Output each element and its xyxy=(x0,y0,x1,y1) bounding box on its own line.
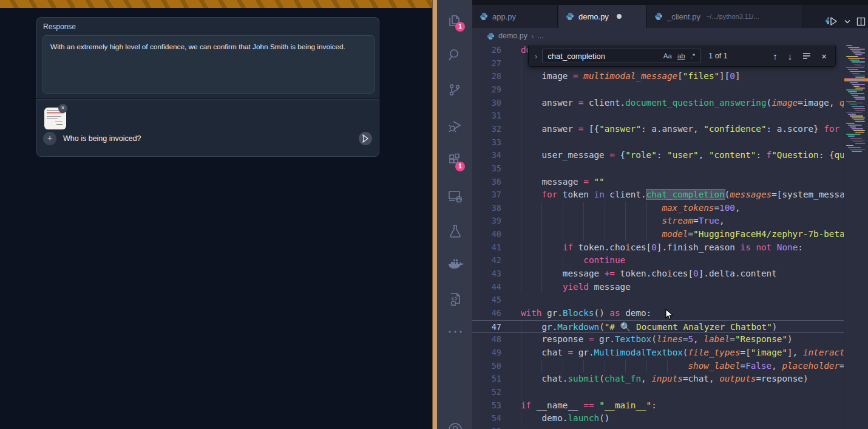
code-line[interactable]: 28 image = multimodal_message["files"][0… xyxy=(472,70,844,83)
line-number: 38 xyxy=(472,202,501,215)
code-line[interactable]: 50 show_label=False, placeholder= xyxy=(472,360,844,373)
breadcrumb[interactable]: demo.py › ... xyxy=(472,28,868,44)
code-line[interactable]: 54 demo.launch() xyxy=(472,412,844,425)
find-input[interactable]: chat_completion Aa ab .* xyxy=(542,49,701,63)
response-block: Response With an extremely high level of… xyxy=(36,17,379,98)
breadcrumb-file[interactable]: demo.py xyxy=(498,32,527,40)
code-line[interactable]: 44 yield message xyxy=(472,281,844,294)
line-number: 27 xyxy=(472,57,501,70)
code-line[interactable]: 29 xyxy=(472,83,844,97)
dev-container-config-icon[interactable] xyxy=(437,284,472,314)
find-previous-button[interactable]: ↑ xyxy=(773,51,778,61)
line-number: 39 xyxy=(472,214,501,228)
tab-label: app.py xyxy=(492,12,516,21)
testing-beaker-icon[interactable] xyxy=(437,216,472,245)
code-line[interactable]: 38 max_tokens=100, xyxy=(472,202,844,215)
run-dropdown-chevron-icon[interactable] xyxy=(844,19,850,24)
line-number: 55 xyxy=(472,425,501,429)
line-number: 29 xyxy=(472,83,501,97)
match-case-toggle[interactable]: Aa xyxy=(663,52,672,60)
add-file-button[interactable]: + xyxy=(43,132,56,145)
split-editor-icon[interactable] xyxy=(856,17,866,26)
find-in-selection-icon[interactable] xyxy=(802,52,811,60)
tab-app-py[interactable]: app.py xyxy=(472,5,558,28)
extensions-badge: 1 xyxy=(455,162,465,171)
code-editor[interactable]: 26def chat_fn(multimodal_message):2728 i… xyxy=(472,44,868,429)
send-button[interactable] xyxy=(359,132,372,145)
modified-dot-icon[interactable] xyxy=(617,14,622,19)
code-line[interactable]: 35 xyxy=(472,162,844,176)
tab-label: _client.py xyxy=(667,12,700,21)
mouse-cursor xyxy=(664,309,675,321)
remove-attachment-button[interactable]: × xyxy=(58,104,67,113)
split-sash[interactable] xyxy=(432,0,437,429)
line-number: 51 xyxy=(472,372,501,386)
line-number: 54 xyxy=(472,412,501,425)
run-python-file-icon[interactable] xyxy=(829,16,838,26)
regex-toggle[interactable]: .* xyxy=(691,52,696,60)
line-number: 36 xyxy=(472,176,501,189)
editor-tab-bar: app.py demo.py _client.py ~/.../python3.… xyxy=(472,5,868,28)
docker-icon[interactable] xyxy=(437,250,472,280)
account-icon[interactable] xyxy=(437,414,472,429)
activity-bar: 1 1 xyxy=(437,0,472,429)
code-line[interactable]: 51 chat.submit(chat_fn, inputs=chat, out… xyxy=(472,372,844,386)
line-number: 45 xyxy=(472,293,501,307)
code-line[interactable]: 55 xyxy=(472,425,844,429)
tab-demo-py[interactable]: demo.py xyxy=(558,5,646,28)
code-line[interactable]: 37 for token in client.chat_completion(m… xyxy=(472,188,844,202)
code-line[interactable]: 49 chat = gr.MultimodalTextbox(file_type… xyxy=(472,346,844,360)
code-line[interactable]: 53if __name__ == "__main__": xyxy=(472,399,844,413)
response-textarea[interactable]: With an extremely high level of confiden… xyxy=(42,35,375,94)
search-icon[interactable] xyxy=(437,40,472,69)
line-number: 53 xyxy=(472,399,501,413)
whole-word-toggle[interactable]: ab xyxy=(677,52,685,60)
line-number: 46 xyxy=(472,307,501,320)
line-number: 40 xyxy=(472,228,501,241)
explorer-icon[interactable]: 1 xyxy=(437,6,472,35)
send-icon xyxy=(362,134,369,143)
code-line[interactable]: 33 xyxy=(472,136,844,149)
more-actions-icon[interactable] xyxy=(437,321,472,350)
line-number: 49 xyxy=(472,346,501,360)
resize-handle[interactable] xyxy=(366,85,372,91)
code-line[interactable]: 43 message += token.choices[0].delta.con… xyxy=(472,267,844,281)
breadcrumb-more[interactable]: ... xyxy=(537,32,543,40)
line-number: 43 xyxy=(472,267,501,281)
chat-input-block: × + Who is being invoiced? xyxy=(36,99,379,157)
code-line[interactable]: 32 answer = [{"answer": a.answer, "confi… xyxy=(472,123,844,136)
tab-client-py[interactable]: _client.py ~/.../python3.11/... xyxy=(647,5,803,28)
find-next-button[interactable]: ↓ xyxy=(788,51,793,61)
code-line[interactable]: 47 gr.Markdown("# 🔍 Document Analyzer Ch… xyxy=(472,320,844,334)
tab-label: demo.py xyxy=(578,12,609,21)
line-number: 35 xyxy=(472,162,501,176)
line-number: 32 xyxy=(472,123,501,136)
code-line[interactable]: 48 response = gr.Textbox(lines=5, label=… xyxy=(472,333,844,346)
code-line[interactable]: 46with gr.Blocks() as demo: xyxy=(472,307,844,320)
minimap[interactable] xyxy=(844,44,868,429)
code-line[interactable]: 41 if token.choices[0].finish_reason is … xyxy=(472,241,844,255)
source-control-icon[interactable] xyxy=(437,75,472,105)
explorer-badge: 1 xyxy=(455,22,465,32)
response-label: Response xyxy=(43,22,76,31)
remote-explorer-icon[interactable] xyxy=(437,181,472,210)
line-number: 26 xyxy=(472,44,501,57)
close-find-icon[interactable]: × xyxy=(821,51,827,61)
line-number: 50 xyxy=(472,360,501,373)
find-results-count: 1 of 1 xyxy=(708,52,727,60)
code-line[interactable]: 39 stream=True, xyxy=(472,214,844,228)
chat-input-text[interactable]: Who is being invoiced? xyxy=(63,134,141,143)
code-line[interactable]: 34 user_message = {"role": "user", "cont… xyxy=(472,149,844,162)
python-icon xyxy=(480,12,488,21)
code-line[interactable]: 31 xyxy=(472,109,844,123)
code-line[interactable]: 45 xyxy=(472,293,844,307)
code-line[interactable]: 36 message = "" xyxy=(472,176,844,189)
code-line[interactable]: 52 xyxy=(472,386,844,399)
code-line[interactable]: 40 model="HuggingFaceH4/zephyr-7b-beta xyxy=(472,228,844,241)
code-line[interactable]: 30 answer = client.document_question_ans… xyxy=(472,97,844,110)
line-number: 52 xyxy=(472,386,501,399)
run-debug-icon[interactable] xyxy=(437,111,472,140)
extensions-icon[interactable]: 1 xyxy=(437,146,472,175)
code-line[interactable]: 42 continue xyxy=(472,254,844,267)
toggle-replace-chevron-icon[interactable]: › xyxy=(535,52,537,61)
